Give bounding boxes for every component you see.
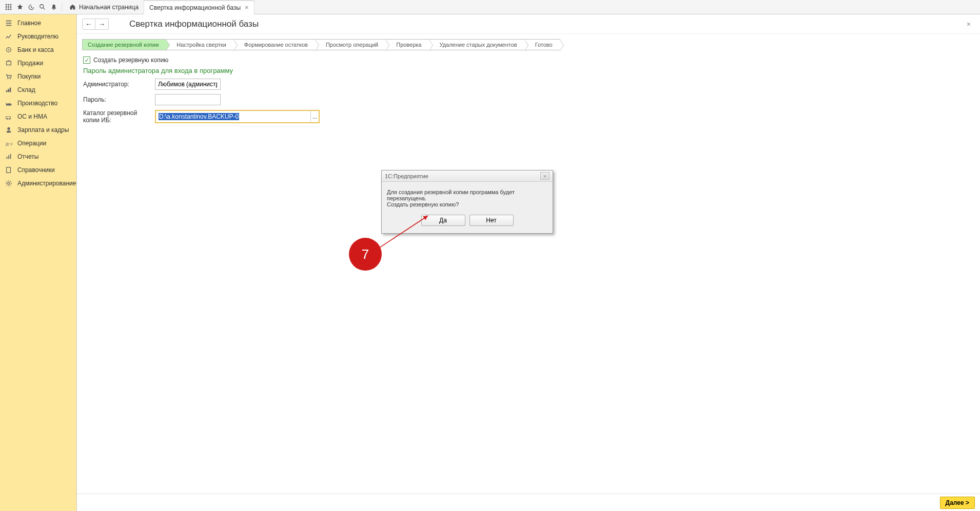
sidebar-item-admin[interactable]: Администрирование: [0, 177, 76, 190]
svg-point-12: [7, 79, 8, 80]
svg-rect-24: [10, 154, 11, 159]
sidebar-item-prod[interactable]: Производство: [0, 97, 76, 110]
content: ← → Свертка информационной базы × Создан…: [77, 14, 980, 511]
sidebar-item-main[interactable]: Главное: [0, 16, 76, 30]
wizard-step-0[interactable]: Создание резервной копии: [82, 39, 166, 50]
confirm-dialog: 1С:Предприятие × Для создания резервной …: [381, 170, 553, 234]
wizard-step-6[interactable]: Готово: [524, 39, 560, 50]
svg-rect-11: [7, 62, 11, 65]
svg-rect-3: [6, 6, 7, 8]
annotation-badge: 7: [349, 238, 382, 271]
dialog-body: Для создания резервной копии программа б…: [382, 182, 553, 215]
sidebar-item-dict[interactable]: Справочники: [0, 163, 76, 177]
wizard-step-1[interactable]: Настройка свертки: [166, 39, 233, 50]
backup-checkbox-label: Создать резервную копию: [93, 56, 168, 64]
dialog-yes-button[interactable]: Да: [421, 215, 465, 226]
search-icon[interactable]: [37, 2, 48, 13]
nav-fwd-button[interactable]: →: [95, 18, 109, 30]
home-icon: [69, 4, 76, 10]
dialog-title: 1С:Предприятие: [385, 173, 428, 179]
tab-current[interactable]: Свертка информационной базы ×: [144, 0, 254, 14]
svg-rect-5: [10, 6, 12, 8]
svg-rect-15: [8, 89, 9, 92]
sidebar-item-sales[interactable]: Продажи: [0, 56, 76, 70]
tab-close-icon[interactable]: ×: [245, 4, 249, 11]
password-input[interactable]: [155, 94, 221, 105]
star-icon[interactable]: [14, 2, 26, 13]
tab-home-label: Начальная страница: [79, 4, 139, 11]
admin-label: Администратор:: [83, 81, 155, 88]
sidebar-item-bank[interactable]: Банк и касса: [0, 43, 76, 56]
svg-rect-2: [10, 4, 12, 5]
wizard-step-3[interactable]: Просмотр операций: [315, 39, 386, 50]
svg-rect-23: [8, 155, 9, 159]
nav-back-button[interactable]: ←: [82, 18, 95, 30]
dialog-line1: Для создания резервной копии программа б…: [387, 189, 547, 201]
svg-point-9: [40, 4, 44, 8]
svg-point-26: [8, 182, 10, 184]
svg-point-13: [10, 79, 11, 80]
next-button[interactable]: Далее >: [940, 497, 975, 509]
svg-rect-14: [6, 90, 8, 92]
dialog-close-button[interactable]: ×: [540, 172, 550, 180]
tab-home[interactable]: Начальная страница: [64, 0, 144, 14]
wizard-step-4[interactable]: Проверка: [385, 39, 429, 50]
sidebar-item-hr[interactable]: Зарплата и кадры: [0, 123, 76, 137]
sidebar: Главное Руководителю Банк и касса Продаж…: [0, 14, 77, 511]
svg-text:Дт Кт: Дт Кт: [6, 142, 12, 146]
tab-current-label: Свертка информационной базы: [149, 4, 241, 11]
svg-rect-8: [10, 8, 12, 10]
svg-rect-1: [8, 4, 9, 5]
admin-input[interactable]: [155, 79, 221, 90]
sidebar-item-ware[interactable]: Склад: [0, 83, 76, 97]
backup-checkbox[interactable]: ✓: [83, 56, 90, 64]
close-page-icon[interactable]: ×: [963, 18, 975, 30]
svg-rect-6: [6, 8, 7, 10]
svg-rect-4: [8, 6, 9, 8]
sidebar-item-ops[interactable]: Дт КтОперации: [0, 137, 76, 150]
sidebar-item-mgr[interactable]: Руководителю: [0, 30, 76, 43]
svg-point-18: [7, 118, 8, 120]
svg-point-19: [9, 118, 10, 120]
wizard-steps: Создание резервной копии Настройка сверт…: [77, 34, 980, 53]
dialog-no-button[interactable]: Нет: [469, 215, 514, 226]
svg-rect-16: [10, 88, 11, 92]
apps-icon[interactable]: [3, 2, 14, 13]
svg-rect-25: [7, 167, 11, 173]
dialog-titlebar[interactable]: 1С:Предприятие ×: [382, 171, 553, 182]
svg-rect-22: [7, 157, 8, 159]
sidebar-item-rep[interactable]: Отчеты: [0, 150, 76, 163]
top-toolbar: Начальная страница Свертка информационно…: [0, 0, 980, 14]
path-input[interactable]: D:\a.konstantinov.BACKUP-0: [155, 110, 311, 123]
password-label: Пароль:: [83, 96, 155, 103]
section-title: Пароль администратора для входа в програ…: [83, 67, 974, 74]
form-area: ✓ Создать резервную копию Пароль админис…: [77, 53, 980, 131]
svg-rect-7: [8, 8, 9, 10]
path-label: Каталог резервной копии ИБ:: [83, 109, 155, 124]
sidebar-item-purch[interactable]: Покупки: [0, 70, 76, 83]
svg-rect-0: [6, 4, 7, 5]
svg-point-20: [7, 127, 10, 130]
footer: Далее >: [77, 494, 980, 511]
page-title: Свертка информационной базы: [129, 19, 259, 29]
bell-icon[interactable]: [48, 2, 60, 13]
content-header: ← → Свертка информационной базы ×: [77, 14, 980, 34]
path-browse-button[interactable]: ...: [310, 110, 320, 123]
wizard-step-2[interactable]: Формирование остатков: [233, 39, 316, 50]
sidebar-item-os[interactable]: ОС и НМА: [0, 110, 76, 123]
dialog-line2: Создать резервную копию?: [387, 201, 547, 207]
history-icon[interactable]: [26, 2, 37, 13]
wizard-step-5[interactable]: Удаление старых документов: [429, 39, 525, 50]
